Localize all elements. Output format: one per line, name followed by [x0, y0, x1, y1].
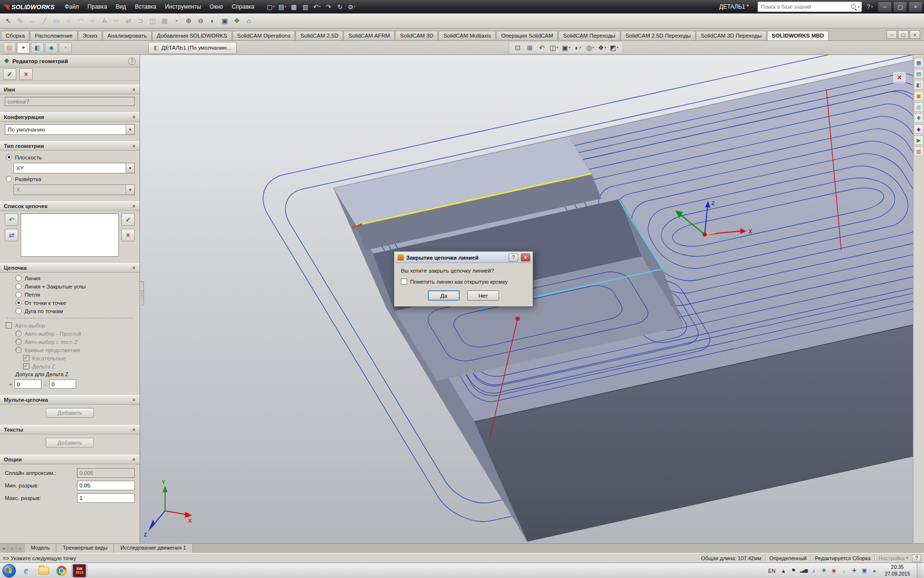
- yes-button[interactable]: Да: [428, 290, 460, 301]
- display-grid-icon[interactable]: ▣: [219, 15, 231, 26]
- command-tab[interactable]: Эскиз: [78, 31, 103, 40]
- solidcam-manager-icon[interactable]: ▦: [914, 58, 924, 67]
- command-tab[interactable]: SolidCAM 2.5D Переходы: [621, 31, 696, 40]
- undo-chain-icon[interactable]: ↶: [5, 213, 18, 226]
- options-icon[interactable]: ⚙: [346, 2, 357, 12]
- machine-icon[interactable]: ◧: [914, 80, 924, 90]
- model-tab[interactable]: Трехмерные виды: [56, 544, 114, 553]
- display-style-icon[interactable]: ◐: [573, 42, 583, 53]
- zoom-area-icon[interactable]: ⊞: [525, 42, 535, 53]
- command-tab[interactable]: Добавления SOLIDWORKS: [152, 31, 232, 40]
- delete-chain-icon[interactable]: ×: [121, 229, 135, 241]
- help-menu[interactable]: ? ▾: [867, 3, 873, 10]
- collapse-icon[interactable]: «: [131, 116, 137, 118]
- auto-select-option[interactable]: Кривые продолжения: [5, 346, 135, 354]
- panel-help-icon[interactable]: ?: [128, 57, 136, 65]
- command-tab[interactable]: Операция SolidCAM: [496, 31, 558, 40]
- menu-item[interactable]: Вид: [111, 0, 130, 13]
- model-tabs-scroll-first[interactable]: «: [0, 544, 8, 553]
- multi-chain-add-button[interactable]: Добавить: [46, 408, 94, 418]
- command-tab[interactable]: SolidCAM 3D: [395, 31, 438, 40]
- taskbar-clock[interactable]: 20:35 27.09.2015: [881, 564, 914, 577]
- trim-icon[interactable]: ✂: [111, 15, 122, 26]
- doc-restore-button[interactable]: ▢: [898, 30, 909, 39]
- auto-select-option[interactable]: Авто-выбор с пост. Z: [5, 338, 135, 346]
- hide-show-icon[interactable]: ◎: [585, 42, 595, 53]
- configuration-combo[interactable]: По умолчанию ▼: [5, 124, 135, 135]
- unfold-radio[interactable]: Развёртка: [5, 175, 135, 183]
- previous-view-icon[interactable]: ↶: [537, 42, 547, 53]
- model-tab[interactable]: Исследование движения 1: [114, 544, 192, 553]
- close-button[interactable]: ×: [909, 1, 923, 12]
- zoom-out-icon[interactable]: ⊖: [195, 15, 206, 26]
- collapse-icon[interactable]: «: [131, 205, 137, 208]
- combo-arrow-icon[interactable]: ▼: [126, 125, 134, 134]
- taskbar-solidworks[interactable]: SW 2015: [72, 564, 87, 578]
- line-icon[interactable]: ╱: [38, 15, 50, 26]
- chain-type-option[interactable]: Линия + Закрытые углы: [5, 282, 135, 290]
- sketch-icon[interactable]: ✎: [14, 15, 26, 26]
- dimxpertmanager-tab-icon[interactable]: ◆: [45, 42, 58, 53]
- unfold-combo[interactable]: X ▼: [13, 184, 135, 195]
- command-tab[interactable]: SolidCAM AFRM: [344, 31, 395, 40]
- undo-icon[interactable]: ↶: [312, 2, 322, 12]
- pattern-icon[interactable]: ▦: [159, 15, 170, 26]
- menu-item[interactable]: Файл: [60, 0, 83, 13]
- texts-add-button[interactable]: Добавить: [46, 438, 94, 447]
- view-orientation-icon[interactable]: ▣: [561, 42, 571, 53]
- appearance-icon[interactable]: ❖: [231, 15, 243, 26]
- cancel-button[interactable]: ×: [19, 68, 33, 80]
- update-icon[interactable]: ↓: [840, 567, 847, 575]
- collapse-icon[interactable]: «: [131, 428, 137, 431]
- network-icon[interactable]: ▂▄▆: [800, 567, 807, 575]
- chain-listbox[interactable]: [21, 213, 119, 257]
- menu-item[interactable]: Правка: [83, 0, 112, 13]
- command-tab[interactable]: SOLIDWORKS MBD: [767, 31, 829, 40]
- menu-item[interactable]: Справка: [227, 0, 258, 13]
- status-settings[interactable]: Настройка: [879, 555, 905, 561]
- show-desktop-button[interactable]: [917, 563, 922, 578]
- command-tab[interactable]: SolidCAM 3D Переходы: [696, 31, 766, 40]
- language-indicator[interactable]: EN: [767, 568, 777, 574]
- simulate-icon[interactable]: ▶: [914, 135, 924, 145]
- plane-radio[interactable]: Плоскость: [5, 153, 135, 161]
- menu-item[interactable]: Инструменты: [161, 0, 205, 13]
- new-document-icon[interactable]: ▢: [266, 2, 276, 12]
- antivirus-icon[interactable]: ◉: [830, 567, 837, 575]
- min-gap-field[interactable]: [77, 481, 135, 490]
- minimize-button[interactable]: ─: [878, 1, 892, 12]
- section-view-icon[interactable]: ◫: [549, 42, 559, 53]
- propertymanager-tab-icon[interactable]: ✦: [17, 42, 30, 53]
- action-center-icon[interactable]: ⚑: [790, 567, 797, 575]
- combo-arrow-icon[interactable]: ▼: [126, 185, 134, 195]
- graphics-viewport[interactable]: X Z Y X: [140, 55, 913, 543]
- plane-combo[interactable]: XY ▼: [13, 163, 135, 173]
- doc-minimize-button[interactable]: ─: [886, 30, 897, 39]
- document-tab[interactable]: ◧ ДЕТАЛЬ1 (По умолчанию...: [148, 42, 237, 54]
- rebuild-icon[interactable]: ↻: [335, 2, 346, 12]
- measure-icon[interactable]: ⌂: [243, 15, 255, 26]
- print-icon[interactable]: ▥: [300, 2, 311, 12]
- redo-icon[interactable]: ↷: [323, 2, 334, 12]
- taskbar-file-explorer[interactable]: [36, 564, 51, 578]
- select-cursor-icon[interactable]: ↖: [2, 15, 14, 26]
- configurationmanager-tab-icon[interactable]: ◧: [31, 42, 44, 53]
- target-model-icon[interactable]: ◎: [914, 102, 924, 112]
- convert-entities-icon[interactable]: ⇄: [123, 15, 134, 26]
- displaymanager-tab-icon[interactable]: ◔: [59, 42, 72, 53]
- taskbar-internet-explorer[interactable]: e: [18, 564, 34, 578]
- sketch-point-red[interactable]: [515, 316, 520, 321]
- collapse-icon[interactable]: «: [131, 144, 137, 147]
- spline-approx-field[interactable]: [77, 468, 135, 478]
- circle-icon[interactable]: ○: [63, 15, 74, 26]
- messenger-icon[interactable]: ●: [871, 567, 878, 575]
- appearance-icon[interactable]: ❖: [597, 42, 607, 53]
- start-button[interactable]: [2, 564, 16, 578]
- command-tab[interactable]: Сборка: [1, 31, 29, 40]
- accept-button[interactable]: ✓: [3, 68, 16, 80]
- collapse-icon[interactable]: «: [131, 88, 137, 91]
- maximize-button[interactable]: ▢: [893, 1, 907, 12]
- no-button[interactable]: Нет: [467, 290, 499, 301]
- display-settings-icon[interactable]: ▣: [860, 567, 868, 575]
- open-edge-checkbox[interactable]: Пометить линию как открытую кромку: [401, 278, 526, 285]
